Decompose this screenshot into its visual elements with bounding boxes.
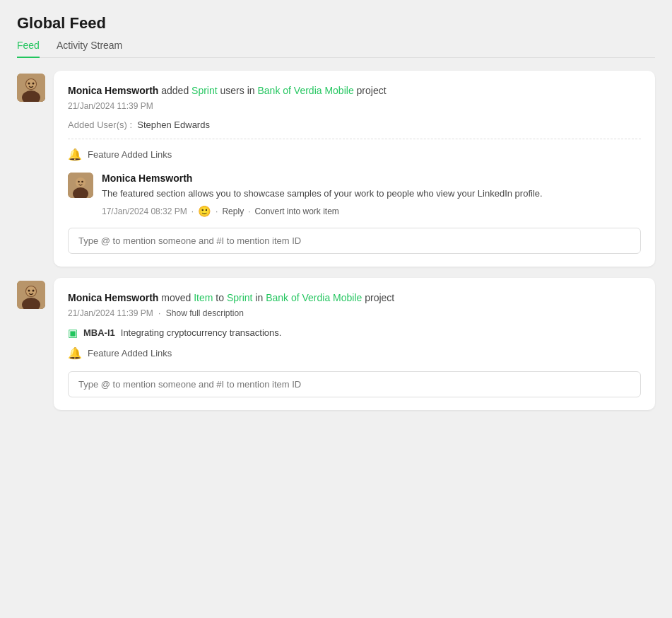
timestamp-1: 21/Jan/2024 11:39 PM bbox=[68, 101, 641, 111]
link-item[interactable]: Item bbox=[194, 292, 213, 303]
svg-point-7 bbox=[76, 177, 86, 187]
added-users: Added User(s) : Stephen Edwards bbox=[68, 119, 641, 139]
emoji-reaction-icon[interactable]: 🙂 bbox=[198, 205, 211, 218]
svg-point-8 bbox=[78, 181, 80, 183]
feed-card-1: Monica Hemsworth added Sprint users in B… bbox=[54, 71, 655, 267]
reply-link[interactable]: Reply bbox=[222, 206, 244, 216]
comment-avatar-img bbox=[68, 173, 93, 198]
timestamp-2: 21/Jan/2024 11:39 PM · Show full descrip… bbox=[68, 308, 641, 318]
badge-text: Integrating cryptocurrency transactions. bbox=[121, 327, 282, 338]
comment-content: Monica Hemsworth The featured section al… bbox=[102, 173, 641, 218]
card-header-2: Monica Hemsworth moved Item to Sprint in… bbox=[68, 291, 641, 305]
svg-point-9 bbox=[81, 181, 83, 183]
actor-name: Monica Hemsworth bbox=[68, 85, 158, 96]
comment-author: Monica Hemsworth bbox=[102, 173, 641, 184]
action-text: added bbox=[161, 85, 191, 96]
actor-name-2: Monica Hemsworth bbox=[68, 292, 158, 303]
added-user-name: Stephen Edwards bbox=[135, 119, 210, 130]
avatar bbox=[17, 74, 45, 102]
avatar-image-2 bbox=[17, 281, 45, 309]
page-container: Global Feed Feed Activity Stream bbox=[17, 14, 655, 410]
badge-icon: ▣ bbox=[68, 327, 78, 339]
feature-links-2[interactable]: 🔔 Feature Added Links bbox=[68, 346, 641, 360]
show-description-link[interactable]: Show full description bbox=[166, 308, 244, 318]
dot-sep-2: · bbox=[216, 206, 218, 216]
action-project: project bbox=[365, 292, 394, 303]
action-text-2: users in bbox=[220, 85, 258, 96]
svg-point-5 bbox=[33, 83, 35, 85]
avatar-image bbox=[17, 74, 45, 102]
feed-item-row: Monica Hemsworth added Sprint users in B… bbox=[17, 71, 655, 267]
link-project-2[interactable]: Bank of Verdia Mobile bbox=[266, 292, 362, 303]
tab-activity-stream[interactable]: Activity Stream bbox=[57, 40, 122, 58]
action-text-3: project bbox=[357, 85, 387, 96]
convert-link[interactable]: Convert into work item bbox=[254, 206, 338, 216]
svg-point-4 bbox=[28, 83, 30, 85]
reply-input-2[interactable] bbox=[68, 371, 641, 397]
comment-text: The featured section allows you to showc… bbox=[102, 187, 641, 201]
feed-wrapper: Monica Hemsworth added Sprint users in B… bbox=[17, 71, 655, 410]
avatar-2 bbox=[17, 281, 45, 309]
comment-block: Monica Hemsworth The featured section al… bbox=[68, 173, 641, 218]
comment-timestamp: 17/Jan/2024 08:32 PM bbox=[102, 206, 187, 216]
link-sprint[interactable]: Sprint bbox=[191, 85, 218, 96]
dot-sep-3: · bbox=[248, 206, 250, 216]
svg-point-15 bbox=[28, 289, 30, 291]
item-badge: ▣ MBA-I1 Integrating cryptocurrency tran… bbox=[68, 327, 641, 339]
link-project[interactable]: Bank of Verdia Mobile bbox=[257, 85, 353, 96]
svg-point-16 bbox=[33, 289, 35, 291]
feature-links-label-2: Feature Added Links bbox=[88, 348, 172, 358]
clock-icon-2: 🔔 bbox=[68, 346, 82, 360]
action-to: to bbox=[216, 292, 227, 303]
feature-links-1[interactable]: 🔔 Feature Added Links bbox=[68, 148, 641, 161]
item-id: MBA-I1 bbox=[83, 327, 115, 338]
feed-item-row-2: Monica Hemsworth moved Item to Sprint in… bbox=[17, 278, 655, 410]
dot-sep: · bbox=[191, 206, 194, 216]
page-title: Global Feed bbox=[17, 14, 655, 33]
comment-meta: 17/Jan/2024 08:32 PM · 🙂 · Reply · Conve… bbox=[102, 205, 641, 218]
clock-icon: 🔔 bbox=[68, 148, 82, 161]
reply-input-1[interactable] bbox=[68, 228, 641, 254]
card-header: Monica Hemsworth added Sprint users in B… bbox=[68, 83, 641, 98]
tabs-bar: Feed Activity Stream bbox=[17, 40, 655, 58]
feature-links-label: Feature Added Links bbox=[88, 149, 172, 160]
tab-feed[interactable]: Feed bbox=[17, 40, 40, 58]
feed-card-2: Monica Hemsworth moved Item to Sprint in… bbox=[54, 278, 655, 410]
action-in: in bbox=[255, 292, 266, 303]
action-moved: moved bbox=[161, 292, 194, 303]
added-users-label: Added User(s) : bbox=[68, 119, 132, 130]
link-sprint-2[interactable]: Sprint bbox=[227, 292, 253, 303]
comment-avatar bbox=[68, 173, 93, 198]
